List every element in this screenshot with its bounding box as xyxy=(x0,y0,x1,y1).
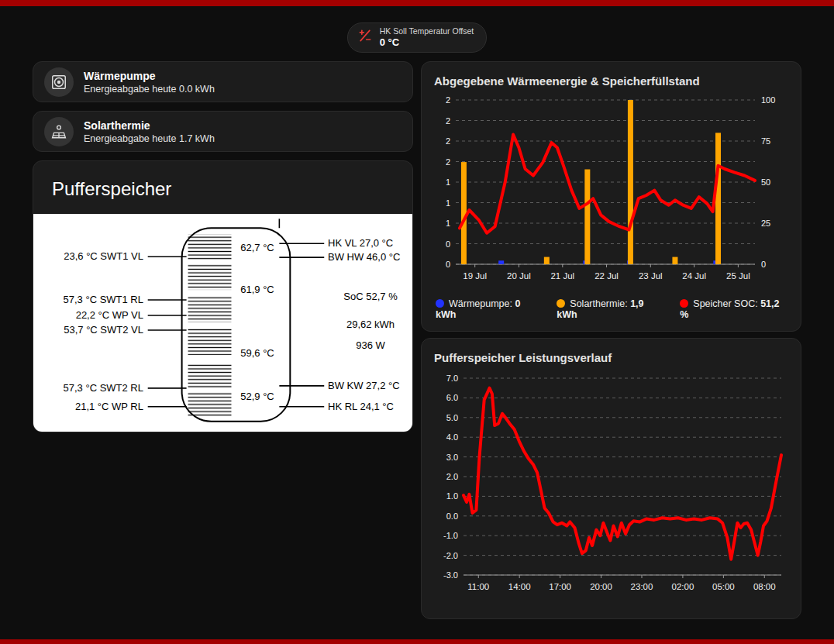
hk-offset-chip[interactable]: HK Soll Temperatur Offset 0 °C xyxy=(347,22,488,53)
waermepumpe-card[interactable]: Wärmepumpe Energieabgabe heute 0.0 kWh xyxy=(33,61,413,102)
svg-text:1: 1 xyxy=(445,198,450,208)
heat-pump-icon xyxy=(44,67,74,97)
red-dot-icon xyxy=(680,299,688,308)
svg-text:-3.0: -3.0 xyxy=(443,570,458,580)
solarthermie-subtitle: Energieabgabe heute 1.7 kWh xyxy=(84,133,215,144)
port-hk-rl: HK RL 24,1 °C xyxy=(328,401,394,412)
svg-text:5.0: 5.0 xyxy=(446,413,457,422)
blue-dot-icon xyxy=(436,299,444,308)
port-swt2-rl: 57,3 °C SWT2 RL xyxy=(33,382,143,394)
port-wp-rl: 21,1 °C WP RL xyxy=(33,401,143,412)
tank-diagram: 23,6 °C SWT1 VL 57,3 °C SWT1 RL 22,2 °C … xyxy=(33,214,412,432)
legend-speicher-soc-label: Speicher SOC: xyxy=(693,298,757,309)
offset-chip-label: HK Soll Temperatur Offset xyxy=(380,26,474,36)
energy-soc-chart: 222211100100755025019 Jul20 Jul21 Jul22 … xyxy=(433,92,791,295)
svg-text:2.0: 2.0 xyxy=(446,472,457,481)
legend-solarthermie-label: Solarthermie: xyxy=(570,298,627,309)
tank-temp-upper: 61,9 °C xyxy=(227,284,288,295)
legend-waermepumpe-label: Wärmepumpe: xyxy=(449,298,512,309)
svg-text:23:00: 23:00 xyxy=(630,582,653,591)
svg-text:14:00: 14:00 xyxy=(508,582,530,591)
svg-text:08:00: 08:00 xyxy=(753,582,775,591)
svg-text:2: 2 xyxy=(445,116,450,126)
svg-text:2: 2 xyxy=(445,157,450,167)
svg-text:23 Jul: 23 Jul xyxy=(638,271,662,281)
legend-speicher-soc[interactable]: Speicher SOC: 51,2 % xyxy=(680,298,787,320)
solar-panel-icon xyxy=(44,117,74,146)
solarthermie-card[interactable]: Solarthermie Energieabgabe heute 1.7 kWh xyxy=(33,111,413,152)
energy-chart-legend: Wärmepumpe: 0 kWh Solarthermie: 1,9 kWh … xyxy=(422,295,801,331)
pufferspeicher-card: Pufferspeicher xyxy=(33,160,413,432)
waermepumpe-title: Wärmepumpe xyxy=(84,70,215,82)
port-wp-vl: 22,2 °C WP VL xyxy=(33,309,143,321)
pufferspeicher-title: Pufferspeicher xyxy=(33,161,412,214)
bottom-red-strip xyxy=(0,639,834,644)
svg-text:1: 1 xyxy=(445,177,450,187)
svg-text:02:00: 02:00 xyxy=(671,582,694,591)
tank-energy: 29,62 kWh xyxy=(329,319,412,330)
port-swt2-vl: 53,7 °C SWT2 VL xyxy=(33,324,143,336)
solarthermie-title: Solarthermie xyxy=(84,119,215,132)
dashboard-grid: Wärmepumpe Energieabgabe heute 0.0 kWh S… xyxy=(0,61,834,619)
svg-text:25: 25 xyxy=(761,219,770,228)
tank-power: 936 W xyxy=(329,339,412,351)
svg-text:75: 75 xyxy=(761,136,770,146)
offset-chip-value: 0 °C xyxy=(380,36,474,48)
svg-text:0.0: 0.0 xyxy=(446,511,457,521)
svg-text:20:00: 20:00 xyxy=(590,582,612,591)
energy-chart-title: Abgegebene Wärmeenergie & Speicherfüllst… xyxy=(422,62,801,91)
tank-temp-lower: 59,6 °C xyxy=(227,347,288,359)
svg-text:1: 1 xyxy=(445,219,450,228)
svg-text:05:00: 05:00 xyxy=(712,582,734,591)
port-bw-kw: BW KW 27,2 °C xyxy=(328,380,400,391)
port-bw-hw: BW HW 46,0 °C xyxy=(328,251,400,263)
legend-waermepumpe[interactable]: Wärmepumpe: 0 kWh xyxy=(436,298,539,320)
svg-text:0: 0 xyxy=(445,260,450,269)
svg-text:22 Jul: 22 Jul xyxy=(594,271,619,281)
svg-text:24 Jul: 24 Jul xyxy=(682,271,706,281)
top-red-strip xyxy=(0,0,834,6)
svg-text:20 Jul: 20 Jul xyxy=(507,271,531,281)
svg-text:11:00: 11:00 xyxy=(467,582,489,591)
svg-text:-1.0: -1.0 xyxy=(443,531,458,540)
plus-minus-icon xyxy=(357,28,373,46)
left-column: Wärmepumpe Energieabgabe heute 0.0 kWh S… xyxy=(33,61,413,432)
orange-dot-icon xyxy=(557,299,565,308)
tank-temp-top: 62,7 °C xyxy=(227,242,288,253)
waermepumpe-subtitle: Energieabgabe heute 0.0 kWh xyxy=(84,84,215,95)
svg-text:21 Jul: 21 Jul xyxy=(550,271,574,281)
svg-text:100: 100 xyxy=(761,95,775,105)
svg-text:-2.0: -2.0 xyxy=(443,551,458,560)
tank-soc: SoC 52,7 % xyxy=(329,291,412,302)
svg-text:2: 2 xyxy=(445,95,450,105)
svg-text:25 Jul: 25 Jul xyxy=(726,271,750,281)
power-history-chart: 7.06.05.04.03.02.01.00.0-1.0-2.0-3.011:0… xyxy=(433,369,791,611)
solarthermie-text: Solarthermie Energieabgabe heute 1.7 kWh xyxy=(84,119,215,144)
power-chart-card: Pufferspeicher Leistungsverlauf 7.06.05.… xyxy=(421,338,801,619)
svg-text:17:00: 17:00 xyxy=(549,582,571,591)
svg-text:6.0: 6.0 xyxy=(446,393,457,402)
right-column: Abgegebene Wärmeenergie & Speicherfüllst… xyxy=(421,61,801,619)
power-chart-title: Pufferspeicher Leistungsverlauf xyxy=(422,339,801,367)
svg-text:1.0: 1.0 xyxy=(446,491,457,501)
svg-text:4.0: 4.0 xyxy=(446,432,457,442)
legend-solarthermie[interactable]: Solarthermie: 1,9 kWh xyxy=(557,298,663,320)
svg-text:7.0: 7.0 xyxy=(446,374,457,383)
port-swt1-rl: 57,3 °C SWT1 RL xyxy=(33,294,143,305)
tank-temp-bottom: 52,9 °C xyxy=(227,391,288,402)
port-hk-vl: HK VL 27,0 °C xyxy=(328,237,393,249)
svg-text:0: 0 xyxy=(761,260,766,269)
svg-text:50: 50 xyxy=(761,177,770,187)
svg-text:2: 2 xyxy=(445,136,450,146)
svg-text:0: 0 xyxy=(445,239,450,249)
svg-text:19 Jul: 19 Jul xyxy=(463,271,487,281)
energy-chart-card: Abgegebene Wärmeenergie & Speicherfüllst… xyxy=(421,61,801,332)
waermepumpe-text: Wärmepumpe Energieabgabe heute 0.0 kWh xyxy=(84,70,215,95)
svg-text:3.0: 3.0 xyxy=(446,453,457,462)
port-swt1-vl: 23,6 °C SWT1 VL xyxy=(33,250,143,262)
